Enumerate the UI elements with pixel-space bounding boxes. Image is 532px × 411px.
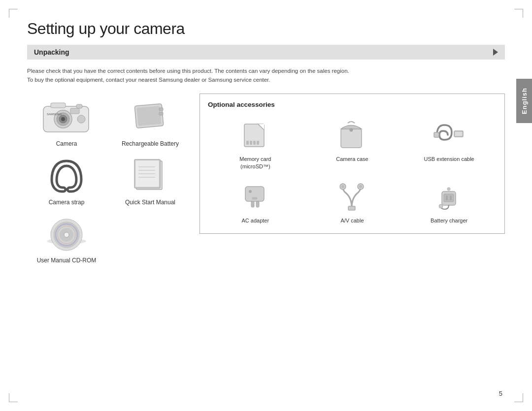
opt-battery-charger: Battery charger (401, 178, 497, 226)
user-manual-cd-rom-image (39, 214, 94, 253)
item-user-manual-cd-rom: User Manual CD-ROM (27, 210, 106, 269)
camera-image: SAMSUNG (39, 97, 94, 137)
svg-point-4 (61, 117, 65, 121)
svg-rect-45 (252, 197, 257, 199)
optional-accessories-title: Optional accessories (208, 101, 497, 108)
av-cable-image (332, 180, 372, 214)
page-container: English 5 Setting up your camera Unpacki… (0, 0, 532, 411)
svg-rect-50 (348, 206, 355, 210)
usb-extension-cable-label: USB extension cable (424, 156, 474, 163)
svg-point-44 (249, 190, 252, 193)
optional-accessories-box: Optional accessories (200, 94, 505, 234)
svg-text:SAMSUNG: SAMSUNG (47, 113, 62, 116)
page-title: Setting up your camera (27, 20, 505, 38)
page-number: 5 (499, 390, 502, 397)
quick-start-manual-label: Quick Start Manual (125, 198, 175, 207)
camera-case-image (332, 118, 372, 153)
user-manual-cd-rom-label: User Manual CD-ROM (37, 256, 97, 265)
svg-rect-42 (251, 201, 254, 207)
unpacking-label: Unpacking (34, 48, 69, 56)
description-line1: Please check that you have the correct c… (27, 68, 349, 74)
svg-rect-13 (159, 112, 163, 115)
camera-case-label: Camera case (336, 156, 368, 163)
quick-start-manual-image (123, 156, 177, 195)
description: Please check that you have the correct c… (27, 66, 470, 85)
description-line2: To buy the optional equipment, contact y… (27, 77, 270, 83)
arrow-right-icon (493, 49, 498, 56)
corner-mark-tr (514, 9, 523, 18)
item-rechargeable-battery: Rechargeable Battery (111, 94, 190, 152)
svg-rect-5 (51, 103, 66, 108)
opt-memory-card: Memory card(microSD™) (208, 116, 303, 173)
svg-point-53 (439, 204, 443, 208)
unpacking-bar: Unpacking (27, 45, 505, 60)
svg-point-49 (359, 185, 362, 188)
corner-mark-bl (9, 393, 18, 402)
memory-card-image (235, 118, 275, 153)
english-label: English (521, 88, 528, 114)
ac-adapter-image (235, 180, 275, 214)
optional-grid: Memory card(microSD™) (208, 116, 497, 226)
items-grid: SAMSUNG Camera (27, 94, 190, 269)
svg-rect-55 (450, 195, 452, 200)
svg-point-37 (350, 128, 353, 131)
battery-charger-label: Battery charger (431, 217, 467, 224)
svg-point-47 (341, 185, 344, 188)
svg-rect-7 (76, 104, 82, 108)
svg-rect-35 (257, 141, 259, 145)
svg-rect-54 (446, 195, 448, 200)
opt-camera-case: Camera case (305, 116, 400, 173)
svg-rect-32 (246, 141, 249, 145)
battery-charger-image (430, 180, 469, 214)
english-side-tab: English (516, 79, 532, 123)
camera-label: Camera (56, 140, 77, 148)
svg-point-56 (447, 188, 450, 190)
opt-usb-extension-cable: USB extension cable (401, 116, 497, 173)
svg-rect-34 (253, 141, 256, 145)
corner-mark-tl (9, 9, 18, 18)
camera-strap-label: Camera strap (49, 198, 85, 207)
av-cable-label: A/V cable (340, 217, 364, 224)
svg-rect-52 (444, 194, 454, 202)
svg-rect-12 (159, 107, 163, 111)
item-quick-start-manual: Quick Start Manual (111, 152, 190, 211)
svg-rect-6 (70, 108, 79, 114)
corner-mark-br (514, 393, 523, 402)
svg-rect-43 (256, 201, 259, 207)
item-camera-strap: Camera strap (27, 152, 106, 211)
svg-rect-39 (455, 132, 462, 136)
opt-av-cable: A/V cable (305, 178, 400, 226)
svg-rect-36 (341, 129, 362, 148)
rechargeable-battery-image (123, 97, 177, 137)
ac-adapter-label: AC adapter (242, 217, 269, 224)
camera-strap-image (39, 156, 94, 195)
svg-point-8 (77, 115, 85, 123)
main-layout: SAMSUNG Camera (27, 94, 505, 269)
svg-rect-33 (250, 141, 252, 145)
rechargeable-battery-label: Rechargeable Battery (122, 140, 179, 148)
svg-rect-11 (137, 106, 162, 126)
opt-ac-adapter: AC adapter (208, 178, 303, 226)
usb-cable-image (430, 118, 469, 153)
svg-point-26 (64, 232, 69, 237)
svg-rect-40 (434, 132, 439, 137)
main-content: Setting up your camera Unpacking Please … (27, 20, 505, 386)
item-camera: SAMSUNG Camera (27, 94, 106, 152)
memory-card-label: Memory card(microSD™) (239, 156, 271, 171)
